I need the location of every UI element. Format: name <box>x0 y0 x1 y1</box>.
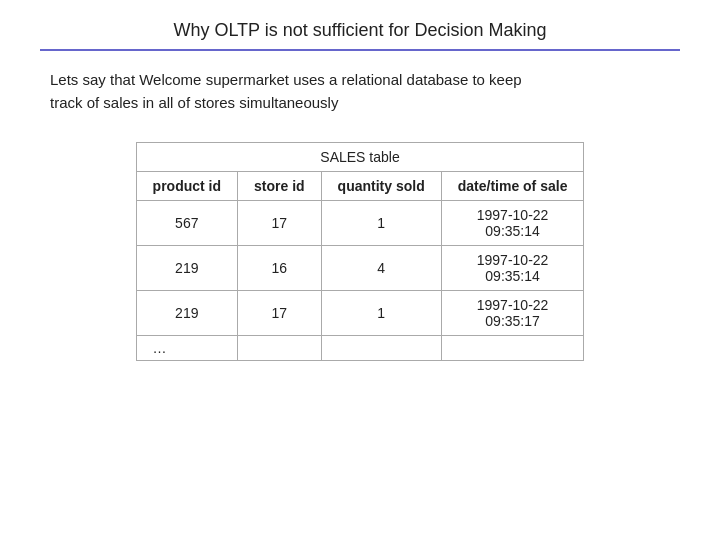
cell-datetime-0: 1997-10-22 09:35:14 <box>441 201 584 246</box>
table-row: 219 17 1 1997-10-22 09:35:17 <box>136 291 584 336</box>
cell-store-id-2: 17 <box>238 291 322 336</box>
title-divider <box>40 49 680 51</box>
table-title: SALES table <box>136 143 584 172</box>
ellipsis-cell: … <box>136 336 237 361</box>
table-ellipsis-row: … <box>136 336 584 361</box>
header-store-id: store id <box>238 172 322 201</box>
ellipsis-cell-2 <box>238 336 322 361</box>
table-header-row: product id store id quantity sold date/t… <box>136 172 584 201</box>
cell-store-id-0: 17 <box>238 201 322 246</box>
page: Why OLTP is not sufficient for Decision … <box>0 0 720 540</box>
cell-product-id-2: 219 <box>136 291 237 336</box>
ellipsis-cell-3 <box>321 336 441 361</box>
title-section: Why OLTP is not sufficient for Decision … <box>40 20 680 41</box>
cell-quantity-2: 1 <box>321 291 441 336</box>
header-quantity-sold: quantity sold <box>321 172 441 201</box>
table-row: 219 16 4 1997-10-22 09:35:14 <box>136 246 584 291</box>
header-datetime: date/time of sale <box>441 172 584 201</box>
cell-quantity-1: 4 <box>321 246 441 291</box>
cell-product-id-1: 219 <box>136 246 237 291</box>
table-container: SALES table product id store id quantity… <box>40 142 680 361</box>
cell-store-id-1: 16 <box>238 246 322 291</box>
cell-datetime-2: 1997-10-22 09:35:17 <box>441 291 584 336</box>
ellipsis-cell-4 <box>441 336 584 361</box>
table-title-row: SALES table <box>136 143 584 172</box>
cell-datetime-1: 1997-10-22 09:35:14 <box>441 246 584 291</box>
table-row: 567 17 1 1997-10-22 09:35:14 <box>136 201 584 246</box>
sales-table: SALES table product id store id quantity… <box>136 142 585 361</box>
cell-quantity-0: 1 <box>321 201 441 246</box>
page-title: Why OLTP is not sufficient for Decision … <box>40 20 680 41</box>
intro-text: Lets say that Welcome supermarket uses a… <box>40 69 680 114</box>
header-product-id: product id <box>136 172 237 201</box>
cell-product-id-0: 567 <box>136 201 237 246</box>
